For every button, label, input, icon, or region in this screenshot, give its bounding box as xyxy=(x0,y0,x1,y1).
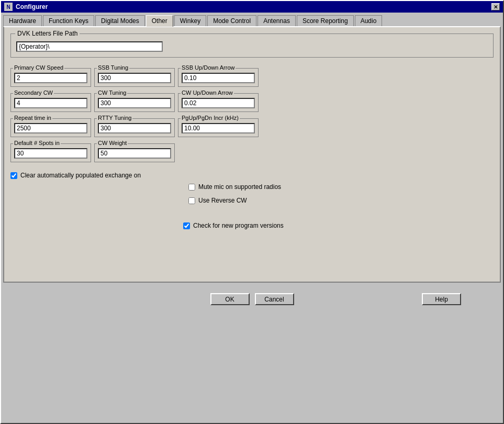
window-title: Configurer xyxy=(16,3,48,10)
mute-mic-label: Mute mic on supported radios xyxy=(198,183,281,191)
secondary-cw-input[interactable] xyxy=(14,98,87,108)
cw-updown-input[interactable] xyxy=(182,98,255,108)
tab-audio[interactable]: Audio xyxy=(355,15,383,27)
app-icon: N xyxy=(4,3,13,11)
cw-weight-group: CW Weight xyxy=(94,143,175,162)
fields-row-2: Secondary CW CW Tuning CW Up/Down Arrow xyxy=(10,91,494,114)
clear-auto-row: Clear automatically populated exchange o… xyxy=(10,172,494,179)
tab-mode-control[interactable]: Mode Control xyxy=(207,15,256,27)
tab-function-keys[interactable]: Function Keys xyxy=(43,15,94,27)
fields-row-1: Primary CW Speed SSB Tuning SSB Up/Down … xyxy=(10,66,494,89)
fields-row-4: Default # Spots in CW Weight xyxy=(10,141,494,164)
primary-cw-label: Primary CW Speed xyxy=(13,64,64,71)
default-spots-group: Default # Spots in xyxy=(10,143,91,162)
mute-mic-checkbox[interactable] xyxy=(188,184,195,191)
reverse-cw-label: Use Reverse CW xyxy=(198,197,247,204)
tab-digital-modes[interactable]: Digital Modes xyxy=(95,15,145,27)
repeat-time-input[interactable] xyxy=(14,123,87,133)
mute-mic-row: Mute mic on supported radios xyxy=(188,183,494,191)
rtty-tuning-group: RTTY Tuning xyxy=(94,118,175,137)
secondary-cw-group: Secondary CW xyxy=(10,93,91,112)
fields-row-3: Repeat time in RTTY Tuning PgUp/PgDn Inc… xyxy=(10,116,494,139)
cw-weight-label: CW Weight xyxy=(97,140,128,146)
check-versions-label: Check for new program versions xyxy=(193,222,284,229)
rtty-tuning-input[interactable] xyxy=(98,123,171,133)
clear-auto-label: Clear automatically populated exchange o… xyxy=(20,172,141,179)
close-button[interactable]: ✕ xyxy=(491,3,500,10)
ssb-updown-label: SSB Up/Down Arrow xyxy=(181,64,236,71)
ssb-tuning-group: SSB Tuning xyxy=(94,68,175,87)
check-versions-row: Check for new program versions xyxy=(183,222,494,229)
tab-content: DVK Letters File Path Primary CW Speed S… xyxy=(3,26,501,283)
ok-button[interactable]: OK xyxy=(210,293,250,305)
title-bar: N Configurer ✕ xyxy=(1,1,503,13)
default-spots-input[interactable] xyxy=(14,148,87,159)
repeat-time-group: Repeat time in xyxy=(10,118,91,137)
tab-winkey[interactable]: Winkey xyxy=(174,15,206,27)
checkboxes-section: Clear automatically populated exchange o… xyxy=(10,172,494,229)
tab-other[interactable]: Other xyxy=(146,15,173,27)
pgup-pgdn-group: PgUp/PgDn Incr (kHz) xyxy=(178,118,259,137)
rtty-tuning-label: RTTY Tuning xyxy=(97,115,132,121)
default-spots-label: Default # Spots in xyxy=(13,140,61,146)
cw-tuning-group: CW Tuning xyxy=(94,93,175,112)
primary-cw-input[interactable] xyxy=(14,73,87,83)
title-bar-left: N Configurer xyxy=(4,3,48,11)
right-checkboxes: Mute mic on supported radios Use Reverse… xyxy=(188,179,494,206)
bottom-bar: OK Cancel Help xyxy=(1,288,503,310)
check-versions-checkbox[interactable] xyxy=(183,222,190,229)
ssb-updown-group: SSB Up/Down Arrow xyxy=(178,68,259,87)
dvk-group: DVK Letters File Path xyxy=(10,34,494,58)
reverse-cw-checkbox[interactable] xyxy=(188,197,195,204)
reverse-cw-row: Use Reverse CW xyxy=(188,197,494,204)
pgup-pgdn-label: PgUp/PgDn Incr (kHz) xyxy=(181,115,240,121)
cw-tuning-label: CW Tuning xyxy=(97,90,127,96)
tab-bar: Hardware Function Keys Digital Modes Oth… xyxy=(1,13,503,26)
pgup-pgdn-input[interactable] xyxy=(182,123,255,133)
primary-cw-group: Primary CW Speed xyxy=(10,68,91,87)
dvk-path-input[interactable] xyxy=(16,41,163,52)
repeat-time-label: Repeat time in xyxy=(13,115,52,121)
ssb-tuning-input[interactable] xyxy=(98,73,171,83)
secondary-cw-label: Secondary CW xyxy=(13,90,54,96)
cancel-button[interactable]: Cancel xyxy=(255,293,294,305)
cw-tuning-input[interactable] xyxy=(98,98,171,108)
ssb-tuning-label: SSB Tuning xyxy=(97,64,129,71)
cw-weight-input[interactable] xyxy=(98,148,171,159)
tab-hardware[interactable]: Hardware xyxy=(3,15,42,27)
tab-antennas[interactable]: Antennas xyxy=(257,15,296,27)
cw-updown-label: CW Up/Down Arrow xyxy=(181,90,234,96)
ssb-updown-input[interactable] xyxy=(182,73,255,83)
main-window: N Configurer ✕ Hardware Function Keys Di… xyxy=(0,0,504,424)
dvk-legend: DVK Letters File Path xyxy=(15,30,80,37)
help-button[interactable]: Help xyxy=(422,293,461,305)
cw-updown-group: CW Up/Down Arrow xyxy=(178,93,259,112)
tab-score-reporting[interactable]: Score Reporting xyxy=(297,15,354,27)
clear-auto-checkbox[interactable] xyxy=(10,172,17,179)
